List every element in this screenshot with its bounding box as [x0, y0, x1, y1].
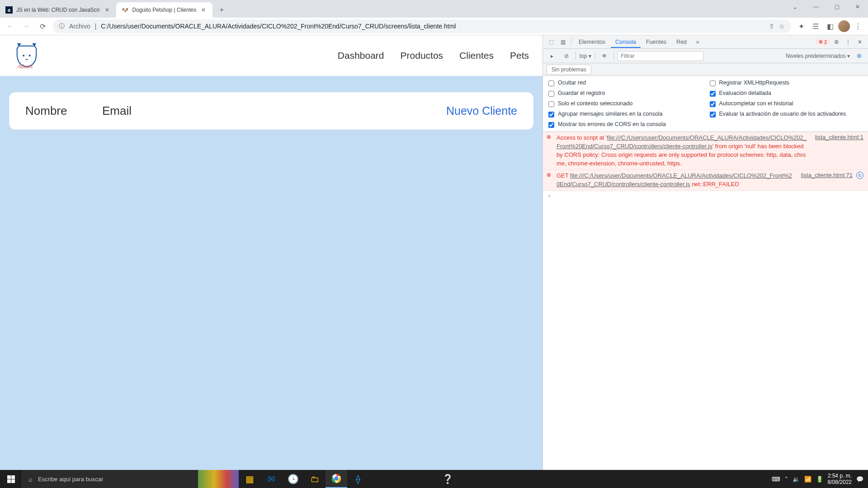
console-prompt[interactable]: › [543, 191, 868, 200]
col-nombre: Nombre [25, 104, 102, 118]
wifi-icon[interactable]: 📶 [804, 476, 811, 483]
reading-list-icon[interactable]: ☰ [809, 20, 822, 33]
chk-evaluar-activacion[interactable]: Evaluar la activación de usuario de los … [710, 111, 863, 117]
console-issues-bar: Sin problemas [543, 63, 868, 76]
tab-consola[interactable]: Consola [611, 36, 641, 48]
maximize-button[interactable]: ▢ [826, 0, 847, 14]
content-area: Admin Dashboard Productos Clientes Pets … [0, 35, 868, 470]
side-panel-icon[interactable]: ◧ [824, 20, 836, 33]
notifications-icon[interactable]: 💬 [856, 476, 863, 483]
console-settings-icon[interactable]: ⚙ [854, 51, 864, 61]
back-button[interactable]: ← [4, 20, 16, 33]
window-controls: ⌄ — ▢ ✕ [785, 0, 868, 14]
webpage: Admin Dashboard Productos Clientes Pets … [0, 35, 542, 470]
chk-registrar-xhr[interactable]: Registrar XMLHttpRequests [710, 80, 863, 86]
error-source[interactable]: lista_cliente.html:71 [801, 172, 853, 189]
close-window-button[interactable]: ✕ [847, 0, 868, 14]
svg-point-1 [29, 55, 31, 56]
news-widget[interactable] [198, 470, 239, 488]
devtools-tabs: ⬚ ▥ Elementos Consola Fuentes Red » 2 ⚙ … [543, 35, 868, 49]
windows-icon [7, 475, 15, 483]
battery-icon[interactable]: 🔋 [816, 476, 823, 483]
browser-tab-inactive[interactable]: a JS en la Web: CRUD con JavaScri ✕ [0, 2, 116, 18]
error-source[interactable]: lista_cliente.html:1 [815, 134, 863, 168]
app-help[interactable]: ❔ [437, 470, 458, 488]
profile-avatar[interactable] [838, 20, 850, 32]
minimize-button[interactable]: — [806, 0, 826, 14]
new-tab-button[interactable]: + [215, 4, 228, 16]
share-icon[interactable]: ⇧ [769, 23, 774, 30]
nav-productos[interactable]: Productos [401, 50, 443, 61]
devtools-menu-icon[interactable]: ⋮ [843, 37, 854, 47]
app-explorer[interactable]: 🗀 [304, 470, 326, 488]
info-icon[interactable]: ⓘ [59, 22, 65, 30]
close-icon[interactable]: ✕ [104, 6, 111, 14]
address-bar: ← → ⟳ ⓘ Archivo | C:/Users/user/Document… [0, 18, 868, 35]
context-selector[interactable]: top ▾ [580, 53, 591, 59]
no-issues-chip[interactable]: Sin problemas [547, 65, 591, 75]
taskbar: ⌕ Escribe aquí para buscar ▦ ✉ 🕓 🗀 ⟠ ❔ ⌨… [0, 470, 868, 488]
tab-fuentes[interactable]: Fuentes [642, 36, 671, 48]
browser-tab-active[interactable]: 🐶 Doguito Petshop | Clientes ✕ [116, 2, 213, 18]
date: 8/08/2022 [828, 479, 852, 485]
devtools-close-icon[interactable]: ✕ [854, 37, 865, 47]
app-clock[interactable]: 🕓 [282, 470, 304, 488]
col-email: Email [102, 104, 132, 118]
nav-clientes[interactable]: Clientes [459, 50, 494, 61]
bookmark-icon[interactable]: ☆ [779, 23, 785, 30]
error-icon: ⊗ [547, 172, 553, 189]
more-tabs-icon[interactable]: » [692, 37, 703, 47]
chk-autocompletar[interactable]: Autocompletar con el historial [710, 100, 863, 107]
console-error-2: ⊗ GET file:///C:/Users/user/Documents/OR… [543, 170, 868, 191]
tab-red[interactable]: Red [672, 36, 691, 48]
chk-ocultar-red[interactable]: Ocultar red [548, 80, 702, 86]
app-mail[interactable]: ✉ [260, 470, 282, 488]
close-icon[interactable]: ✕ [200, 6, 207, 14]
clients-card: Nombre Email Nuevo Cliente [9, 92, 533, 130]
taskbar-search[interactable]: ⌕ Escribe aquí para buscar [22, 470, 198, 488]
clear-console-icon[interactable]: ⊘ [561, 51, 572, 61]
reload-button[interactable]: ⟳ [36, 20, 49, 33]
chk-eval-detallada[interactable]: Evaluación detallada [710, 90, 863, 97]
inspect-icon[interactable]: ⬚ [546, 37, 557, 47]
settings-icon[interactable]: ⚙ [831, 37, 842, 47]
favicon-alura: a [5, 6, 13, 14]
search-placeholder: Escribe aquí para buscar [38, 476, 104, 483]
filter-input[interactable] [618, 51, 703, 61]
reload-icon[interactable]: ↻ [856, 172, 863, 179]
svg-point-0 [23, 55, 24, 56]
live-expression-icon[interactable]: 👁 [599, 51, 610, 61]
start-button[interactable] [0, 470, 22, 488]
nav-pets[interactable]: Pets [510, 50, 529, 61]
chk-guardar-registro[interactable]: Guardar el registro [548, 90, 702, 97]
nav-dashboard[interactable]: Dashboard [338, 50, 384, 61]
error-icon: ⊗ [547, 134, 553, 168]
console-sidebar-icon[interactable]: ▸ [547, 51, 557, 61]
browser-tab-strip: a JS en la Web: CRUD con JavaScri ✕ 🐶 Do… [0, 0, 868, 18]
clock[interactable]: 2:54 p. m. 8/08/2022 [828, 473, 852, 486]
log-levels[interactable]: Niveles predeterminados ▾ [786, 53, 850, 59]
url-field[interactable]: ⓘ Archivo | C:/Users/user/Documents/ORAC… [52, 19, 791, 33]
new-client-link[interactable]: Nuevo Cliente [446, 104, 517, 117]
tab-elementos[interactable]: Elementos [574, 36, 610, 48]
chk-mostrar-cors[interactable]: Mostrar los errores de CORS en la consol… [548, 121, 702, 128]
error-text: GET file:///C:/Users/user/Documents/ORAC… [557, 172, 794, 189]
url-scheme: Archivo [69, 23, 90, 30]
extensions-icon[interactable]: ✦ [795, 20, 807, 33]
tab-search-icon[interactable]: ⌄ [785, 0, 806, 14]
chk-solo-contexto[interactable]: Solo el contexto seleccionado [548, 100, 702, 107]
forward-button[interactable]: → [20, 20, 33, 33]
device-toggle-icon[interactable]: ▥ [557, 37, 568, 47]
console-error-1: ⊗ Access to script at 'file:///C:/Users/… [543, 132, 868, 170]
url-path: C:/Users/user/Documents/ORACLE_ALURA/Act… [101, 23, 764, 30]
volume-icon[interactable]: 🔉 [793, 476, 800, 483]
menu-icon[interactable]: ⋮ [852, 20, 864, 33]
chk-agrupar[interactable]: Agrupar mensajes similares en la consola [548, 111, 702, 117]
console-toolbar: ▸ ⊘ top ▾ 👁 Niveles predeterminados ▾ ⚙ [543, 49, 868, 63]
app-vscode[interactable]: ⟠ [347, 470, 369, 488]
keyboard-icon[interactable]: ⌨ [772, 476, 780, 483]
chevron-up-icon[interactable]: ˄ [785, 476, 788, 483]
app-chrome[interactable] [326, 470, 347, 488]
error-badge[interactable]: 2 [816, 38, 830, 45]
app-stickynotes[interactable]: ▦ [239, 470, 260, 488]
